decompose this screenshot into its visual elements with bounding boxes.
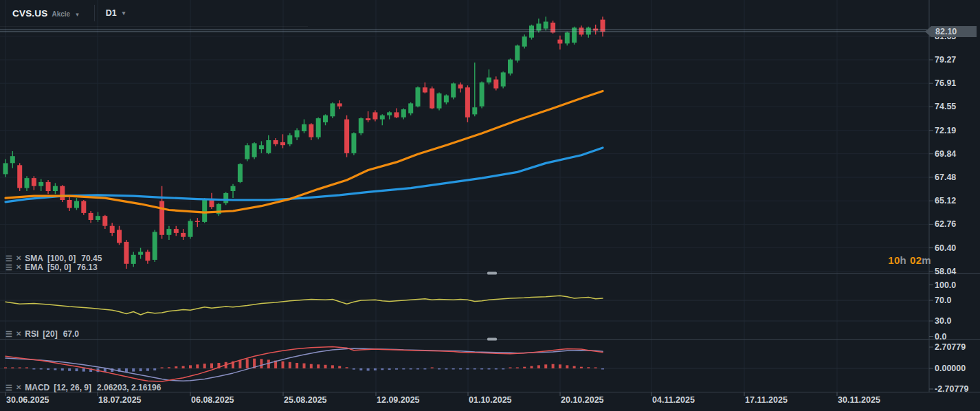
- price-axis-label: 74.55: [935, 102, 956, 111]
- indicator-name: MACD: [25, 383, 49, 392]
- indicator-params: [20]: [43, 329, 57, 339]
- symbol-label: CVS.US: [12, 8, 47, 19]
- date-axis-label: 12.09.2025: [377, 395, 420, 405]
- price-axis-label: 67.48: [935, 173, 956, 182]
- date-axis-label: 17.11.2025: [745, 395, 788, 405]
- macd-axis-label: 0.00000: [935, 364, 966, 373]
- price-axis-label: 60.40: [935, 243, 956, 253]
- sma-legend: ☰ ✕ SMA [100, 0] 70.45: [5, 254, 102, 263]
- indicator-name: EMA: [25, 263, 43, 272]
- chart-canvas[interactable]: 81.6379.2776.9174.5572.1969.8467.4865.12…: [0, 0, 980, 411]
- price-axis-label: 58.04: [935, 267, 956, 276]
- macd-axis-label: 2.70779: [935, 342, 966, 352]
- indicator-remove-icon[interactable]: ✕: [16, 384, 21, 391]
- rsi-legend: ☰ ✕ RSI [20] 67.0: [5, 329, 79, 339]
- rsi-axis-label: 30.0: [935, 316, 951, 326]
- current-price-label: 82.10: [935, 27, 957, 36]
- date-axis-label: 06.08.2025: [191, 395, 234, 405]
- indicator-remove-icon[interactable]: ✕: [16, 264, 21, 271]
- price-axis-label: 65.12: [935, 196, 956, 206]
- date-axis-label: 25.08.2025: [284, 395, 327, 405]
- date-axis-label: 30.11.2025: [838, 395, 880, 405]
- candlestick-series: [3, 16, 605, 269]
- indicator-remove-icon[interactable]: ✕: [16, 255, 21, 262]
- rsi-line: [5, 296, 603, 315]
- chart-toolbar: CVS.US Akcie ▾ D1 ▾: [0, 0, 308, 27]
- indicator-settings-icon[interactable]: ☰: [5, 264, 12, 271]
- price-axis-label: 79.27: [935, 55, 956, 65]
- indicator-value: 76.13: [77, 263, 98, 272]
- rsi-pane-resize-handle[interactable]: [487, 272, 497, 275]
- rsi-axis-label: 0.0: [935, 332, 946, 342]
- indicator-value: 2.06203, 2.16196: [97, 383, 161, 392]
- indicator-params: [12, 26, 9]: [54, 383, 91, 392]
- macd-legend: ☰ ✕ MACD [12, 26, 9] 2.06203, 2.16196: [5, 383, 161, 392]
- indicator-name: SMA: [25, 254, 43, 263]
- price-axis-label: 69.84: [935, 149, 956, 159]
- trading-chart-window: 81.6379.2776.9174.5572.1969.8467.4865.12…: [0, 0, 980, 411]
- price-axis-label: 62.76: [935, 219, 956, 229]
- date-axis-label: 20.10.2025: [561, 395, 604, 405]
- toolbar-separator: [94, 5, 95, 21]
- indicator-name: RSI: [25, 329, 38, 339]
- current-price-lines: [0, 30, 929, 32]
- indicator-settings-icon[interactable]: ☰: [5, 384, 12, 392]
- chevron-down-icon: ▾: [122, 10, 126, 16]
- indicator-value: 70.45: [81, 254, 102, 263]
- indicator-value: 67.0: [63, 329, 79, 339]
- instrument-type-label: Akcie: [52, 10, 70, 18]
- indicator-remove-icon[interactable]: ✕: [16, 331, 21, 337]
- price-axis-label: 76.91: [935, 78, 956, 88]
- candle-countdown: 10h02m: [888, 254, 931, 266]
- timeframe-selector[interactable]: D1 ▾: [106, 8, 126, 18]
- macd-pane-resize-handle[interactable]: [487, 338, 497, 341]
- time-axis[interactable]: 30.06.202518.07.202506.08.202525.08.2025…: [5, 392, 880, 405]
- indicator-params: [100, 0]: [47, 254, 76, 263]
- date-axis-label: 30.06.2025: [6, 395, 49, 405]
- ema-legend: ☰ ✕ EMA [50, 0] 76.13: [5, 263, 98, 272]
- indicator-params: [50, 0]: [47, 263, 71, 272]
- indicator-settings-icon[interactable]: ☰: [5, 255, 12, 263]
- price-axis-label: 72.19: [935, 126, 956, 135]
- chevron-down-icon: ▾: [76, 11, 79, 18]
- date-axis-label: 04.11.2025: [652, 395, 695, 405]
- macd-axis-label: -2.70779: [935, 384, 968, 394]
- date-axis-label: 18.07.2025: [98, 395, 142, 405]
- rsi-axis-label: 100.0: [935, 280, 956, 290]
- timeframe-label: D1: [106, 8, 117, 18]
- date-axis-label: 01.10.2025: [469, 395, 512, 405]
- current-price-badge: 82.10: [925, 26, 977, 37]
- symbol-selector[interactable]: CVS.US Akcie ▾: [12, 8, 79, 19]
- indicator-settings-icon[interactable]: ☰: [5, 331, 12, 338]
- rsi-axis-label: 70.0: [935, 296, 951, 305]
